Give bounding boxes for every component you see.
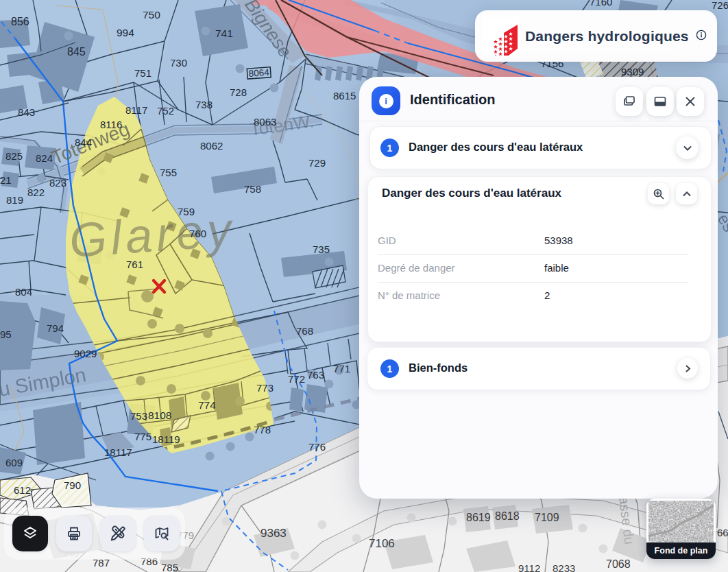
svg-text:825: 825 (5, 150, 23, 162)
svg-text:729: 729 (308, 157, 326, 169)
svg-text:771: 771 (333, 363, 350, 374)
svg-text:844: 844 (75, 136, 92, 148)
svg-text:763: 763 (307, 369, 324, 381)
svg-text:9029: 9029 (74, 348, 97, 359)
svg-text:845: 845 (67, 46, 86, 58)
svg-text:7264: 7264 (712, 0, 728, 11)
svg-text:8615: 8615 (333, 90, 356, 102)
svg-text:8064: 8064 (248, 67, 269, 79)
svg-text:8116: 8116 (100, 119, 122, 130)
svg-text:728: 728 (230, 86, 247, 98)
svg-text:18117: 18117 (104, 446, 132, 458)
svg-text:753: 753 (130, 410, 147, 422)
svg-text:775: 775 (134, 431, 151, 442)
svg-text:774: 774 (198, 399, 216, 411)
svg-text:778: 778 (254, 424, 271, 436)
svg-text:819: 819 (6, 194, 23, 206)
svg-text:794: 794 (47, 322, 64, 334)
svg-text:9363: 9363 (260, 527, 287, 540)
svg-text:761: 761 (126, 259, 143, 270)
svg-text:9112: 9112 (518, 562, 540, 572)
svg-text:7109: 7109 (535, 512, 559, 523)
svg-text:751: 751 (134, 67, 151, 79)
svg-text:95: 95 (0, 329, 12, 340)
svg-text:755: 755 (160, 167, 177, 178)
svg-text:823: 823 (49, 177, 66, 189)
svg-text:730: 730 (170, 57, 187, 69)
svg-text:8619: 8619 (466, 512, 491, 523)
svg-text:8233: 8233 (553, 562, 575, 572)
svg-text:824: 824 (36, 152, 53, 164)
svg-text:785: 785 (161, 562, 178, 572)
svg-text:994: 994 (117, 27, 134, 38)
svg-text:759: 759 (178, 206, 195, 217)
svg-text:8108: 8108 (148, 409, 171, 421)
svg-text:8062: 8062 (200, 140, 223, 152)
svg-text:735: 735 (313, 243, 330, 255)
svg-text:609: 609 (5, 457, 23, 468)
svg-text:752: 752 (157, 105, 174, 117)
svg-text:8063: 8063 (254, 116, 276, 128)
svg-text:18119: 18119 (152, 433, 180, 445)
svg-text:772: 772 (288, 373, 305, 385)
svg-text:768: 768 (296, 325, 313, 337)
svg-text:776: 776 (308, 441, 326, 453)
svg-text:758: 758 (244, 183, 261, 195)
svg-text:773: 773 (256, 382, 274, 394)
svg-text:8618: 8618 (495, 510, 520, 522)
svg-text:750: 750 (143, 9, 160, 21)
svg-text:612: 612 (14, 484, 31, 496)
svg-text:7106: 7106 (369, 537, 395, 550)
svg-text:856: 856 (11, 16, 29, 27)
svg-text:760: 760 (189, 228, 206, 239)
svg-text:21: 21 (0, 174, 12, 186)
svg-text:8117: 8117 (125, 104, 147, 116)
svg-text:741: 741 (215, 27, 233, 39)
svg-text:66: 66 (717, 527, 728, 538)
svg-text:790: 790 (64, 479, 81, 491)
svg-text:822: 822 (27, 187, 45, 198)
svg-text:843: 843 (18, 106, 35, 118)
svg-text:7160: 7160 (590, 0, 612, 8)
svg-text:738: 738 (195, 99, 213, 110)
svg-text:9309: 9309 (621, 66, 644, 78)
svg-text:7068: 7068 (606, 558, 631, 570)
svg-text:804: 804 (15, 286, 32, 298)
